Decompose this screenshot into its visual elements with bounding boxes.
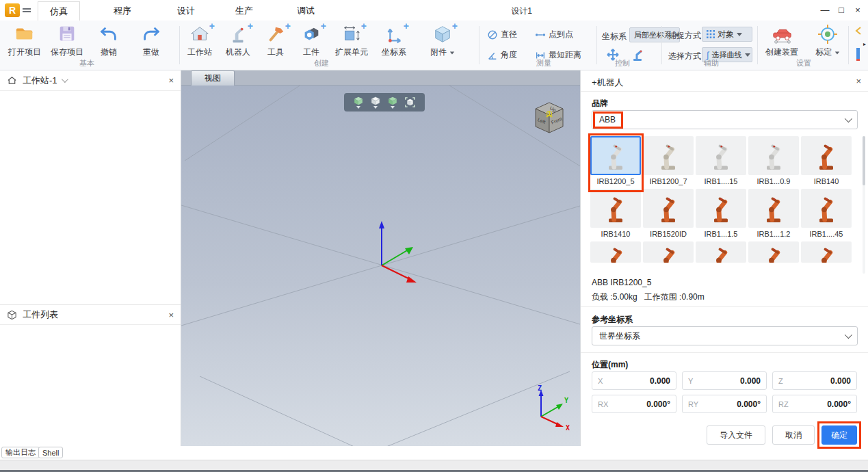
navigation-cube[interactable]: Up Left Front xyxy=(530,99,568,137)
measure-point-to-point-button[interactable]: 点到点 xyxy=(535,29,573,40)
tab-program[interactable]: 程序 xyxy=(103,1,142,21)
ok-button[interactable]: 确定 xyxy=(821,425,857,445)
save-project-button[interactable]: 保存项目 xyxy=(48,24,86,58)
rotation-ry-field[interactable]: RY 0.000° xyxy=(682,395,767,413)
nut-icon: + xyxy=(301,24,321,44)
grid-dots-icon xyxy=(707,30,715,38)
reference-frame-select[interactable]: 世界坐标系 xyxy=(592,326,858,345)
tab-production[interactable]: 生产 xyxy=(224,1,264,21)
dropdown-caret-icon xyxy=(391,106,395,109)
fit-brackets-icon xyxy=(404,96,416,108)
maximize-button[interactable]: □ xyxy=(835,3,847,16)
robot-item-partial[interactable] xyxy=(590,241,641,263)
robot-item-IRB1520ID[interactable]: IRB1520ID xyxy=(643,189,694,238)
viewport-canvas[interactable]: Up Left Front Z Y X xyxy=(181,86,580,446)
panel-close-button[interactable]: × xyxy=(856,76,861,86)
create-device-button[interactable]: 创建装置 xyxy=(763,24,801,58)
field-value: 0.000 xyxy=(740,376,761,386)
app-logo-icon[interactable]: R xyxy=(5,3,20,17)
workstation-button[interactable]: + 工作站 xyxy=(182,24,218,58)
shell-tab[interactable]: Shell xyxy=(38,447,63,458)
close-button[interactable]: × xyxy=(852,3,864,16)
calibration-button[interactable]: 标定 xyxy=(810,24,845,58)
robot-thumbnail xyxy=(801,189,852,228)
import-file-button[interactable]: 导入文件 xyxy=(707,425,765,445)
robot-item-IRB1200_5[interactable]: IRB1200_5 xyxy=(590,136,641,185)
robot-item-IRB1...1.5[interactable]: IRB1...1.5 xyxy=(696,189,746,238)
measure-angle-button[interactable]: 角度 xyxy=(487,49,517,61)
undo-button[interactable]: 撤销 xyxy=(92,24,126,58)
scrollbar-thumb[interactable] xyxy=(863,136,865,185)
green-solid-cube-icon xyxy=(387,96,398,106)
viewport-tab-view[interactable]: 视图 xyxy=(191,70,235,86)
item-label: 重做 xyxy=(143,47,159,58)
robot-item-IRB1...1.2[interactable]: IRB1...1.2 xyxy=(748,189,799,238)
open-project-button[interactable]: 打开项目 xyxy=(5,24,44,58)
position-label: 位置(mm) xyxy=(592,359,628,371)
extension-unit-button[interactable]: + 扩展单元 xyxy=(331,24,372,58)
jog-bar-icon[interactable] xyxy=(856,48,860,59)
robot-item-IRB1410[interactable]: IRB1410 xyxy=(590,189,641,238)
position-y-field[interactable]: Y 0.000 xyxy=(682,371,767,390)
group-label-measure: 测量 xyxy=(523,58,564,68)
worklist-panel-close-button[interactable]: × xyxy=(168,310,174,320)
robot-item-partial[interactable] xyxy=(643,241,694,263)
snap-mode-select[interactable]: 对象 xyxy=(702,27,752,42)
robot-thumbnail xyxy=(696,241,746,263)
robot-button[interactable]: + 机器人 xyxy=(220,24,256,58)
item-label: 标定 xyxy=(815,47,839,58)
robot-name: IRB1....45 xyxy=(801,230,852,238)
collapse-chevron-icon[interactable] xyxy=(854,26,863,36)
rotation-rz-field[interactable]: RZ 0.000° xyxy=(772,395,857,413)
field-value: 0.000 xyxy=(650,376,670,386)
robot-item-IRB1....45[interactable]: IRB1....45 xyxy=(801,189,852,238)
chevron-down-icon[interactable] xyxy=(62,76,68,83)
cancel-button[interactable]: 取消 xyxy=(772,425,815,445)
item-label: 工件 xyxy=(303,47,319,58)
plus-badge-icon: + xyxy=(209,21,215,31)
axis-y-label: Y xyxy=(564,397,568,404)
shaded-view-button[interactable] xyxy=(353,96,364,109)
tab-design[interactable]: 设计 xyxy=(166,1,206,21)
hamburger-menu-icon[interactable] xyxy=(23,8,31,10)
coordinate-system-label: 坐标系 xyxy=(602,31,627,42)
robot-item-partial[interactable] xyxy=(696,241,746,263)
output-log-tab[interactable]: 输出日志 xyxy=(1,447,40,458)
redo-button[interactable]: 重做 xyxy=(134,24,168,58)
item-label: 角度 xyxy=(501,49,517,61)
attachment-button[interactable]: + 附件 xyxy=(421,24,464,58)
station-panel-close-button[interactable]: × xyxy=(168,75,174,86)
field-value: 0.000° xyxy=(646,399,670,409)
robot-thumbnail xyxy=(748,241,799,263)
minimize-button[interactable]: — xyxy=(819,3,831,16)
robot-range: 工作范围 :0.90m xyxy=(644,292,705,302)
rotation-rx-field[interactable]: RX 0.000° xyxy=(592,395,676,413)
robot-item-IRB1200_7[interactable]: IRB1200_7 xyxy=(643,136,694,185)
tool-button[interactable]: + 工具 xyxy=(260,24,291,58)
brand-select[interactable]: ABB xyxy=(592,110,858,129)
robot-thumbnail xyxy=(590,189,641,228)
measure-diameter-button[interactable]: 直径 xyxy=(487,29,517,40)
robot-item-IRB140[interactable]: IRB140 xyxy=(801,136,852,185)
robot-grid-scrollbar[interactable] xyxy=(863,136,865,274)
robot-item-IRB1...0.9[interactable]: IRB1...0.9 xyxy=(748,136,799,185)
tab-simulation[interactable]: 仿真 xyxy=(38,1,80,21)
fit-view-button[interactable] xyxy=(404,96,416,108)
robot-item-partial[interactable] xyxy=(748,241,799,263)
group-separator xyxy=(757,26,758,64)
robot-item-partial[interactable] xyxy=(801,241,852,263)
position-x-field[interactable]: X 0.000 xyxy=(592,371,676,390)
robot-item-IRB1....15[interactable]: IRB1....15 xyxy=(696,136,746,185)
render-view-button[interactable] xyxy=(387,96,398,109)
solid-view-button[interactable] xyxy=(370,96,381,109)
tab-debug[interactable]: 调试 xyxy=(286,1,326,21)
point-to-point-icon xyxy=(535,29,546,40)
workpiece-button[interactable]: + 工件 xyxy=(295,24,327,58)
flyout-arrow-icon[interactable]: ▸ xyxy=(863,41,866,47)
field-label: RX xyxy=(598,400,608,408)
position-z-field[interactable]: Z 0.000 xyxy=(772,371,857,390)
brand-value: ABB xyxy=(599,115,616,124)
document-title: 设计1 xyxy=(489,5,554,17)
world-origin-axes xyxy=(371,218,430,289)
coordinate-frame-button[interactable]: + 坐标系 xyxy=(376,24,412,58)
